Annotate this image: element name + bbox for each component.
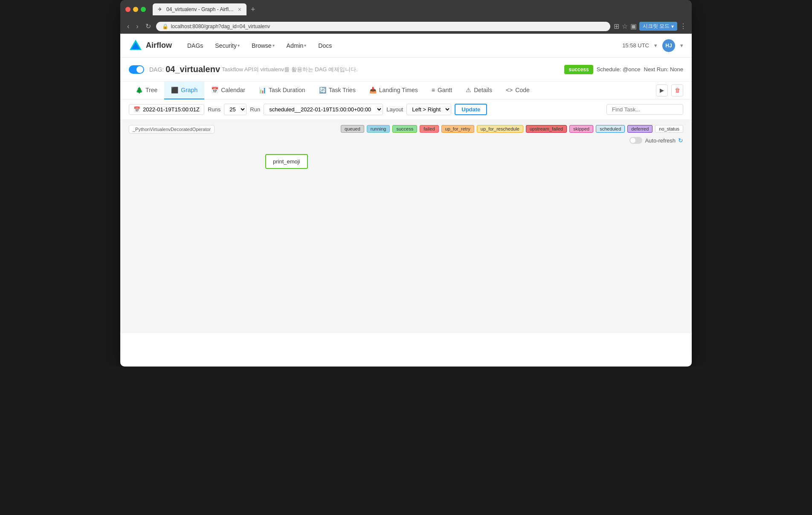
tab-gantt[interactable]: ≡ Gantt: [425, 81, 459, 99]
tab-tree[interactable]: 🌲 Tree: [129, 81, 164, 99]
browser-titlebar: ✈ 04_virtualenv - Graph - Airflo... × +: [120, 0, 692, 19]
tab-bar: ✈ 04_virtualenv - Graph - Airflo... × +: [153, 3, 675, 15]
auto-refresh-toggle[interactable]: [629, 137, 642, 144]
forward-button[interactable]: ›: [134, 22, 140, 31]
dag-subtitle: Taskflow API의 virtualenv를 활용하는 DAG 예제입니다…: [222, 66, 358, 73]
nav-browse-chevron-icon: ▾: [273, 43, 275, 48]
tab-title: 04_virtualenv - Graph - Airflo...: [166, 6, 235, 12]
dag-schedule-info: Schedule: @once: [597, 66, 641, 73]
run-label: Run: [250, 106, 260, 113]
dag-header-actions: success Schedule: @once Next Run: None: [564, 65, 683, 74]
user-menu-chevron-icon: ▾: [671, 23, 674, 29]
code-tab-icon: <>: [506, 87, 513, 93]
bookmark-button[interactable]: ☆: [622, 22, 628, 30]
tree-tab-label: Tree: [145, 87, 157, 93]
top-navbar: Airflow DAGs Security ▾ Browse ▾ Admin ▾: [120, 34, 692, 58]
play-button[interactable]: ▶: [656, 84, 668, 96]
nav-docs[interactable]: Docs: [313, 39, 337, 52]
minimize-traffic-light[interactable]: [133, 7, 138, 12]
update-button[interactable]: Update: [455, 104, 487, 115]
graph-tab-icon: ⬛: [171, 87, 178, 93]
active-tab[interactable]: ✈ 04_virtualenv - Graph - Airflo... ×: [153, 3, 246, 15]
operator-badge: _PythonVirtualenvDecoratedOperator: [129, 125, 215, 134]
landing-times-tab-icon: 📥: [369, 87, 377, 93]
sidebar-button[interactable]: ▣: [630, 22, 637, 30]
user-avatar[interactable]: HJ: [662, 39, 675, 52]
legend-skipped: skipped: [569, 125, 593, 133]
address-bar-row: ‹ › ↻ 🔒 localhost:8080/graph?dag_id=04_v…: [120, 19, 692, 34]
status-legend: queued running success failed up_for_ret…: [341, 125, 683, 133]
date-picker[interactable]: 📅 2022-01-19T15:00:01Z: [129, 104, 204, 115]
task-node-label: print_emoji: [273, 158, 300, 165]
address-text: localhost:8080/graph?dag_id=04_virtualen…: [171, 23, 270, 29]
user-menu[interactable]: 시크릿 모드 ▾: [639, 22, 677, 31]
tree-tab-icon: 🌲: [136, 87, 143, 93]
airflow-logo-icon: [129, 39, 142, 52]
layout-select[interactable]: Left > Right: [406, 104, 451, 115]
fullscreen-traffic-light[interactable]: [141, 7, 146, 12]
new-tab-button[interactable]: +: [248, 4, 258, 15]
page-content: Airflow DAGs Security ▾ Browse ▾ Admin ▾: [120, 34, 692, 367]
dag-status-badge: success: [564, 65, 593, 74]
task-node-print-emoji[interactable]: print_emoji: [265, 154, 308, 169]
dag-name: 04_virtualenv: [165, 64, 220, 74]
dag-next-run: Next Run: None: [644, 66, 684, 73]
user-menu-label: 시크릿 모드: [643, 23, 670, 30]
nav-security-label: Security: [215, 42, 237, 49]
tab-code[interactable]: <> Code: [499, 81, 536, 99]
view-tabs: 🌲 Tree ⬛ Graph 📅 Calendar 📊 Task Duratio…: [120, 81, 692, 99]
tab-favicon-icon: ✈: [158, 6, 164, 12]
tab-close-icon[interactable]: ×: [238, 6, 241, 13]
legend-up-for-reschedule: up_for_reschedule: [477, 125, 523, 133]
tab-calendar[interactable]: 📅 Calendar: [204, 81, 252, 99]
nav-security-chevron-icon: ▾: [238, 43, 240, 48]
dag-prefix-label: DAG:: [149, 66, 164, 73]
logo-text: Airflow: [146, 41, 172, 50]
gantt-tab-icon: ≡: [432, 87, 435, 93]
legend-upstream-failed: upstream_failed: [526, 125, 567, 133]
nav-admin-chevron-icon: ▾: [304, 43, 306, 48]
refresh-icon[interactable]: ↻: [678, 137, 683, 144]
auto-refresh-label: Auto-refresh: [645, 137, 676, 144]
task-duration-tab-icon: 📊: [259, 87, 266, 93]
task-tries-tab-icon: 🔄: [319, 87, 326, 93]
close-traffic-light[interactable]: [125, 7, 130, 12]
legend-success: success: [392, 125, 417, 133]
tab-graph[interactable]: ⬛ Graph: [164, 81, 204, 99]
task-tries-tab-label: Task Tries: [329, 87, 356, 93]
find-task-input[interactable]: [606, 104, 683, 115]
reload-button[interactable]: ↻: [144, 21, 153, 31]
nav-admin-label: Admin: [287, 42, 304, 49]
address-bar[interactable]: 🔒 localhost:8080/graph?dag_id=04_virtual…: [156, 22, 610, 31]
back-button[interactable]: ‹: [125, 22, 131, 31]
tab-details[interactable]: ⚠ Details: [459, 81, 499, 99]
tab-landing-times[interactable]: 📥 Landing Times: [362, 81, 425, 99]
dag-toggle[interactable]: [129, 65, 144, 74]
delete-button[interactable]: 🗑: [671, 84, 683, 96]
nav-security[interactable]: Security ▾: [210, 39, 245, 52]
nav-admin[interactable]: Admin ▾: [281, 39, 312, 52]
nav-dags[interactable]: DAGs: [182, 39, 208, 52]
layout-label: Layout: [386, 106, 403, 113]
run-select[interactable]: scheduled__2022-01-19T15:00:00+00:00: [264, 104, 383, 115]
runs-select[interactable]: 25: [224, 104, 246, 115]
dag-header: DAG: 04_virtualenv Taskflow API의 virtual…: [120, 58, 692, 81]
details-tab-icon: ⚠: [466, 87, 471, 93]
gantt-tab-label: Gantt: [438, 87, 452, 93]
tab-task-duration[interactable]: 📊 Task Duration: [252, 81, 312, 99]
auto-refresh-knob: [630, 138, 635, 143]
translate-button[interactable]: ⊞: [614, 22, 619, 30]
code-tab-label: Code: [515, 87, 529, 93]
legend-running: running: [367, 125, 390, 133]
task-duration-tab-label: Task Duration: [269, 87, 305, 93]
toggle-knob: [136, 66, 143, 73]
landing-times-tab-label: Landing Times: [379, 87, 418, 93]
more-options-button[interactable]: ⋮: [680, 22, 687, 30]
tab-task-tries[interactable]: 🔄 Task Tries: [312, 81, 362, 99]
tab-actions: ▶ 🗑: [656, 84, 683, 96]
airflow-logo: Airflow: [129, 39, 172, 52]
controls-bar: 📅 2022-01-19T15:00:01Z Runs 25 Run sched…: [120, 99, 692, 120]
calendar-tab-icon: 📅: [211, 87, 218, 93]
legend-deferred: deferred: [627, 125, 652, 133]
nav-browse[interactable]: Browse ▾: [246, 39, 280, 52]
